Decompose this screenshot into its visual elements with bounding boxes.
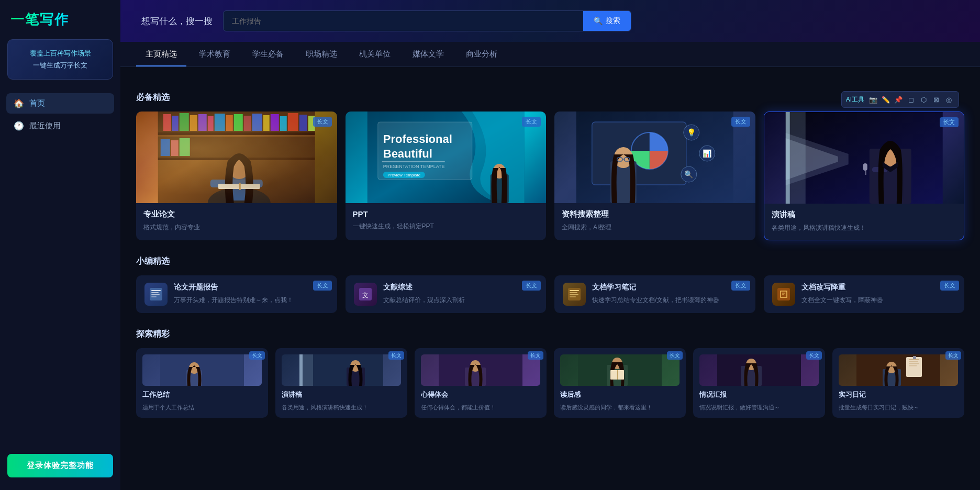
ppt-card-title: PPT: [353, 209, 539, 218]
explore-section-title: 探索精彩: [136, 329, 964, 340]
worksummary-badge: 长文: [249, 351, 265, 360]
svg-rect-8: [208, 116, 214, 131]
login-button[interactable]: 登录体验完整功能: [7, 454, 113, 477]
tab-business[interactable]: 商业分析: [456, 42, 507, 66]
ppt-badge: 长文: [522, 117, 541, 127]
speech2-desc: 各类用途，风格演讲稿快速生成！: [282, 404, 401, 411]
ai-tool-square[interactable]: ◻: [905, 94, 917, 105]
svg-rect-12: [244, 116, 251, 131]
situationreport-desc: 情况说明汇报，做好管理沟通～: [699, 404, 819, 411]
card-image-paper: [136, 112, 337, 203]
ai-tool-box[interactable]: ⊠: [930, 94, 942, 105]
svg-rect-62: [865, 171, 866, 175]
home-icon: 🏠: [14, 98, 24, 108]
tab-home[interactable]: 主页精选: [136, 42, 186, 66]
proposal-badge: 长文: [313, 281, 332, 291]
notes-desc: 快速学习总结专业文档/文献，把书读薄的神器: [592, 295, 747, 305]
featured-card-search[interactable]: 💡 📊 🔍: [554, 112, 755, 240]
svg-text:Professional: Professional: [383, 132, 452, 146]
svg-rect-11: [234, 114, 243, 131]
svg-text:Beautiful: Beautiful: [383, 147, 432, 160]
search-button[interactable]: 🔍 搜索: [583, 11, 631, 31]
bookreview-desc: 读后感没灵感的同学，都来看这里！: [560, 404, 680, 411]
explore-card-situationreport[interactable]: 情况汇报 情况说明汇报，做好管理沟通～ 长文: [693, 348, 825, 418]
svg-rect-57: [789, 112, 805, 204]
svg-rect-101: [909, 365, 917, 366]
small-card-literature[interactable]: 文 文献综述 文献总结评价，观点深入剖析 长文: [346, 275, 547, 313]
literature-icon: 文: [354, 283, 377, 306]
ai-toolbar: AI工具 📷 ✏️ 📌 ◻ ⬡ ⊠ ◎: [841, 91, 959, 108]
svg-rect-23: [171, 140, 179, 156]
svg-text:Preview Template: Preview Template: [387, 173, 421, 177]
rewrite-title: 文档改写降重: [801, 283, 956, 292]
content-area: AI工具 📷 ✏️ 📌 ◻ ⬡ ⊠ ◎ 必备精选: [120, 67, 980, 490]
notes-badge: 长文: [731, 281, 750, 291]
svg-rect-67: [151, 294, 160, 295]
svg-rect-66: [151, 292, 159, 293]
svg-rect-13: [252, 114, 262, 131]
featured-card-speech[interactable]: 演讲稿 各类用途，风格演讲稿快速生成！ 长文: [764, 112, 965, 240]
small-cards-grid: 论文开题报告 万事开头难，开题报告特别难～来，点我！ 长文 文 文献综述: [136, 275, 964, 313]
search-input[interactable]: [224, 12, 583, 30]
explore-card-worksummary[interactable]: 工作总结 适用于个人工作总结 长文: [136, 348, 268, 418]
small-card-rewrite[interactable]: 文档改写降重 文档全文一键改写，障蔽神器 长文: [764, 275, 965, 313]
sidebar-recent-label: 最近使用: [29, 121, 61, 131]
bookreview-title: 读后感: [560, 390, 680, 399]
svg-rect-3: [163, 114, 171, 131]
rewrite-icon: [772, 283, 795, 306]
svg-rect-65: [151, 290, 161, 291]
proposal-title: 论文开题报告: [174, 283, 329, 292]
explore-card-feeling[interactable]: 心得体会 任何心得体会，都能上价值！ 长文: [415, 348, 547, 418]
worksummary-desc: 适用于个人工作总结: [142, 404, 262, 411]
rewrite-desc: 文档全文一键改写，障蔽神器: [801, 295, 956, 305]
ai-tool-photo[interactable]: 📷: [867, 94, 879, 105]
feeling-desc: 任何心得体会，都能上价值！: [421, 404, 540, 411]
search-card-desc: 全网搜索，AI整理: [562, 222, 748, 232]
card-image-search: 💡 📊 🔍: [554, 112, 755, 203]
tab-student[interactable]: 学生必备: [243, 42, 293, 66]
speech-illustration: [764, 112, 964, 204]
small-card-proposal[interactable]: 论文开题报告 万事开头难，开题报告特别难～来，点我！ 长文: [136, 275, 337, 313]
svg-rect-18: [299, 115, 307, 131]
featured-card-paper[interactable]: 专业论文 格式规范，内容专业 长文: [136, 112, 337, 240]
svg-rect-75: [570, 296, 576, 297]
ai-tool-pen[interactable]: ✏️: [880, 94, 892, 105]
literature-desc: 文献总结评价，观点深入剖析: [383, 295, 538, 305]
sidebar-item-home[interactable]: 🏠 首页: [6, 93, 114, 114]
svg-rect-26: [226, 172, 252, 201]
small-card-notes[interactable]: 文档学习笔记 快速学习总结专业文档/文献，把书读薄的神器 长文: [554, 275, 755, 313]
svg-point-28: [228, 154, 251, 179]
tab-gov[interactable]: 机关单位: [350, 42, 400, 66]
ai-tool-pin[interactable]: 📌: [893, 94, 904, 105]
explore-card-bookreview[interactable]: 读后感 读后感没灵感的同学，都来看这里！ 长文: [554, 348, 686, 418]
svg-rect-27: [210, 180, 263, 187]
ai-tool-hex[interactable]: ⬡: [918, 94, 929, 105]
svg-rect-99: [909, 361, 918, 362]
explore-card-diary[interactable]: 实习日记 批量生成每日实习日记，贼快～ 长文: [832, 348, 964, 418]
sidebar-item-recent[interactable]: 🕐 最近使用: [6, 116, 114, 136]
svg-rect-9: [215, 114, 225, 131]
tab-workplace[interactable]: 职场精选: [296, 42, 347, 66]
svg-rect-17: [288, 113, 298, 131]
paper-card-desc: 格式规范，内容专业: [143, 222, 330, 232]
svg-rect-6: [190, 115, 197, 131]
svg-rect-100: [909, 363, 919, 364]
ai-tool-circle[interactable]: ◎: [943, 94, 954, 105]
svg-rect-7: [198, 114, 207, 131]
app-layout: 一笔写作 覆盖上百种写作场景 一键生成万字长文 🏠 首页 🕐 最近使用 登录体验…: [0, 0, 980, 490]
svg-rect-56: [785, 112, 789, 204]
svg-rect-30: [239, 183, 241, 190]
featured-card-ppt[interactable]: Professional Beautiful PRESENTATION TEMP…: [346, 112, 547, 240]
svg-rect-10: [226, 115, 233, 131]
explore-card-speech2[interactable]: 演讲稿 各类用途，风格演讲稿快速生成！ 长文: [275, 348, 407, 418]
paper-card-title: 专业论文: [143, 209, 330, 219]
search-prompt: 想写什么，搜一搜: [141, 15, 213, 27]
tab-media[interactable]: 媒体文学: [403, 42, 453, 66]
svg-rect-61: [863, 163, 867, 171]
tab-academic[interactable]: 学术教育: [190, 42, 240, 66]
svg-rect-1: [158, 112, 315, 132]
svg-rect-98: [909, 359, 919, 360]
diary-title: 实习日记: [839, 390, 958, 399]
svg-rect-16: [280, 116, 287, 131]
svg-rect-92: [617, 370, 618, 380]
